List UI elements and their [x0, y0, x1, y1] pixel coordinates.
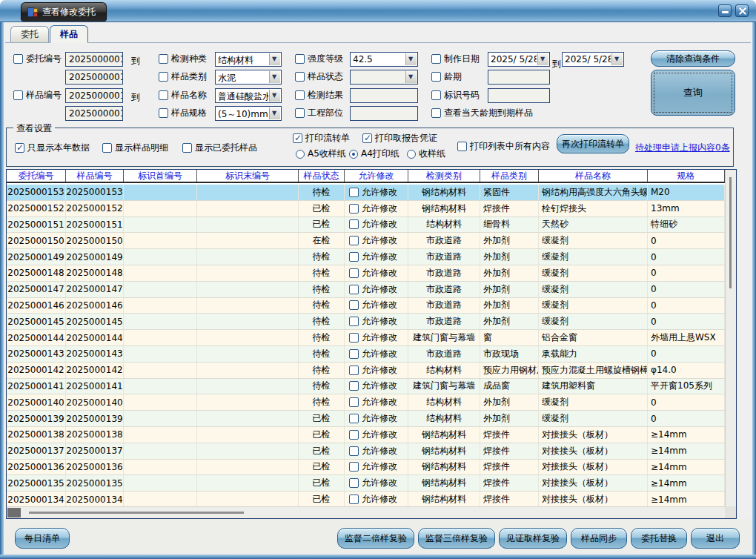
only-this-year-checkbox[interactable]: 只显示本年数据	[15, 142, 90, 154]
table-row[interactable]: 20250001432025000143待检允许修改市政道路市政现场承载能力0	[7, 346, 725, 363]
header-test-category[interactable]: 检测类别	[408, 170, 480, 182]
weituo-no-checkbox[interactable]: 委托编号	[13, 53, 62, 65]
sample-spec-checkbox[interactable]: 样品规格	[159, 107, 207, 119]
radio-a4-paper[interactable]: A4打印纸	[349, 148, 399, 160]
table-row[interactable]: 20250001422025000142待检允许修改结构材料预应力用钢材及预应力…	[7, 363, 725, 379]
header-allow-modify[interactable]: 允许修改	[345, 170, 408, 182]
daily-list-button[interactable]: 每日清单	[15, 528, 70, 549]
allow-modify-checkbox[interactable]	[349, 188, 359, 197]
allow-modify-checkbox[interactable]	[349, 414, 359, 423]
make-date-from-picker[interactable]: 2025/ 5/28	[488, 52, 550, 67]
supervise-double-recheck-button[interactable]: 监督二倍样复验	[337, 528, 414, 549]
supervise-triple-recheck-button[interactable]: 监督三倍样复验	[418, 528, 495, 549]
dropdown-arrow-icon[interactable]	[405, 71, 417, 83]
horizontal-scrollbar-block[interactable]	[7, 508, 21, 517]
sample-name-select[interactable]: 普通硅酸盐水泥	[215, 88, 282, 103]
table-row[interactable]: 20250001382025000138已检允许修改钢结构材料焊接件对接接头（板…	[7, 427, 725, 443]
table-row[interactable]: 20250001412025000141待检允许修改建筑门窗与幕墙成品窗建筑用塑…	[7, 379, 725, 395]
table-row[interactable]: 20250001392025000139已检允许修改结构材料外加剂缓凝剂0	[7, 411, 725, 427]
weituo-no-to-input[interactable]: 2025000001	[65, 70, 123, 85]
allow-modify-checkbox[interactable]	[349, 381, 359, 391]
sample-category-checkbox[interactable]: 样品类别	[159, 70, 207, 83]
strength-checkbox[interactable]: 强度等级	[295, 53, 343, 65]
vertical-scrollbar-thumb[interactable]	[729, 177, 732, 288]
header-sample-name[interactable]: 样品名称	[539, 170, 648, 182]
sample-name-checkbox[interactable]: 样品名称	[159, 89, 207, 102]
sample-category-select[interactable]: 水泥	[215, 70, 282, 85]
allow-modify-checkbox[interactable]	[349, 462, 359, 472]
sample-no-to-input[interactable]: 2025000001	[65, 106, 123, 121]
reprint-flow-button[interactable]: 再次打印流转单	[557, 134, 629, 153]
table-row[interactable]: 20250001362025000136已检允许修改钢结构材料焊接件对接接头（板…	[7, 460, 725, 476]
commission-replace-button[interactable]: 委托替换	[631, 528, 687, 549]
table-row[interactable]: 20250001522025000152已检允许修改钢结构材料焊接件栓钉焊接头1…	[7, 201, 725, 217]
header-weituo-no[interactable]: 委托编号	[7, 170, 66, 182]
table-row[interactable]: 20250001352025000135已检允许修改钢结构材料焊接件对接接头（板…	[7, 475, 725, 492]
dropdown-arrow-icon[interactable]	[269, 53, 280, 65]
tab-weituo[interactable]: 委托	[10, 26, 49, 42]
print-receipt-checkbox[interactable]: 打印取报告凭证	[362, 132, 437, 145]
dropdown-arrow-icon[interactable]	[611, 53, 623, 65]
allow-modify-checkbox[interactable]	[349, 204, 359, 214]
test-result-input[interactable]	[350, 88, 418, 103]
allow-modify-checkbox[interactable]	[349, 317, 359, 326]
table-row[interactable]: 20250001502025000150在检允许修改市政道路外加剂缓凝剂0	[7, 233, 725, 249]
table-row[interactable]: 20250001512025000151已检允许修改结构材料细骨料天然砂特细砂	[7, 217, 725, 234]
table-row[interactable]: 20250001492025000149待检允许修改市政道路外加剂缓凝剂0	[7, 249, 725, 265]
allow-modify-checkbox[interactable]	[349, 397, 359, 407]
table-row[interactable]: 20250001532025000153待检允许修改钢结构材料紧固件钢结构用高强…	[7, 185, 725, 201]
witness-sampling-recheck-button[interactable]: 见证取样复验	[499, 528, 567, 549]
allow-modify-checkbox[interactable]	[349, 219, 359, 229]
header-id-last[interactable]: 标识末编号	[197, 170, 299, 182]
query-button[interactable]: 查询	[651, 70, 735, 116]
horizontal-scrollbar-thumb[interactable]	[29, 512, 244, 514]
age-checkbox[interactable]: 龄期	[431, 70, 462, 83]
exit-button[interactable]: 退出	[691, 528, 740, 549]
minimize-button[interactable]	[718, 4, 732, 17]
allow-modify-checkbox[interactable]	[349, 252, 359, 262]
header-spec[interactable]: 规格	[648, 170, 725, 182]
allow-modify-checkbox[interactable]	[349, 349, 359, 359]
allow-modify-checkbox[interactable]	[349, 236, 359, 245]
sample-no-checkbox[interactable]: 样品编号	[13, 89, 62, 102]
header-status[interactable]: 样品状态	[299, 170, 345, 182]
header-sample-category[interactable]: 样品类别	[480, 170, 539, 182]
table-row[interactable]: 20250001482025000148待检允许修改市政道路外加剂缓凝剂0	[7, 265, 725, 282]
allow-modify-checkbox[interactable]	[349, 285, 359, 294]
test-type-select[interactable]: 结构材料	[215, 52, 282, 67]
table-row[interactable]: 20250001442025000144待检允许修改建筑门窗与幕墙窗铝合金窗外墙…	[7, 330, 725, 346]
table-row[interactable]: 20250001462025000146待检允许修改市政道路外加剂缓凝剂0	[7, 298, 725, 314]
dropdown-arrow-icon[interactable]	[269, 71, 280, 83]
radio-receive-paper[interactable]: 收样纸	[407, 148, 445, 160]
sample-spec-select[interactable]: (5～10)mm	[215, 106, 282, 121]
project-part-checkbox[interactable]: 工程部位	[295, 107, 343, 119]
allow-modify-checkbox[interactable]	[349, 446, 359, 456]
header-sample-no[interactable]: 样品编号	[66, 170, 124, 182]
allow-modify-checkbox[interactable]	[349, 478, 359, 488]
header-id-first[interactable]: 标识首编号	[124, 170, 197, 182]
id-number-input[interactable]	[488, 88, 550, 103]
table-row[interactable]: 20250001372025000137已检允许修改钢结构材料焊接件对接接头（板…	[7, 443, 725, 460]
dropdown-arrow-icon[interactable]	[269, 108, 280, 119]
age-input[interactable]	[488, 70, 550, 85]
dropdown-arrow-icon[interactable]	[537, 53, 548, 65]
dropdown-arrow-icon[interactable]	[405, 53, 417, 65]
project-part-input[interactable]	[350, 106, 418, 121]
table-row[interactable]: 20250001452025000145待检允许修改市政道路外加剂缓凝剂0	[7, 314, 725, 330]
allow-modify-checkbox[interactable]	[349, 494, 359, 504]
allow-modify-checkbox[interactable]	[349, 300, 359, 310]
weituo-no-from-input[interactable]: 2025000001	[65, 52, 123, 67]
allow-modify-checkbox[interactable]	[349, 333, 359, 343]
horizontal-scrollbar[interactable]	[7, 506, 725, 518]
show-commissioned-checkbox[interactable]: 显示已委托样品	[182, 142, 257, 154]
radio-a5-paper[interactable]: A5收样纸	[296, 148, 346, 160]
table-row[interactable]: 20250001402025000140待检允许修改结构材料外加剂缓凝剂0	[7, 394, 725, 411]
sample-status-select[interactable]	[350, 70, 418, 85]
strength-select[interactable]: 42.5	[350, 52, 418, 67]
clear-query-button[interactable]: 清除查询条件	[651, 50, 735, 67]
make-date-to-picker[interactable]: 2025/ 5/28	[562, 52, 624, 67]
close-button[interactable]	[735, 4, 749, 17]
show-detail-checkbox[interactable]: 显示样品明细	[102, 142, 168, 154]
tab-yangpin[interactable]: 样品	[50, 25, 88, 43]
make-date-checkbox[interactable]: 制作日期	[431, 53, 480, 65]
